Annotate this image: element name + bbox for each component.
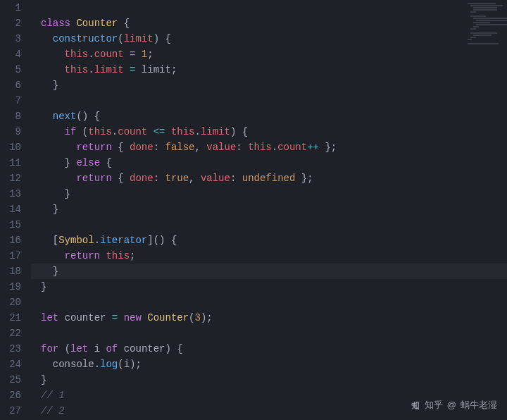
line-number: 13 [0, 186, 27, 202]
line-number: 20 [0, 295, 27, 310]
code-line[interactable]: [Symbol.iterator]() { [31, 233, 507, 248]
line-number: 10 [0, 140, 27, 155]
code-line[interactable]: this.limit = limit; [31, 62, 507, 78]
line-number: 19 [0, 279, 27, 295]
code-line[interactable]: } else { [31, 155, 507, 171]
line-number: 11 [0, 155, 27, 171]
watermark-author: 蜗牛老湿 [461, 397, 497, 413]
watermark: 知乎 @ 蜗牛老湿 [410, 397, 497, 413]
code-line[interactable]: } [31, 264, 507, 279]
line-number: 4 [0, 47, 27, 62]
code-line[interactable]: class Counter { [31, 16, 507, 31]
code-line[interactable]: return this; [31, 248, 507, 264]
code-area[interactable]: class Counter { constructor(limit) { thi… [31, 0, 507, 420]
line-number: 26 [0, 388, 27, 403]
line-number: 18 [0, 264, 27, 279]
code-line[interactable] [31, 217, 507, 233]
code-line[interactable]: return { done: true, value: undefined }; [31, 171, 507, 186]
line-number: 9 [0, 124, 27, 140]
code-line[interactable]: console.log(i); [31, 357, 507, 372]
line-number: 23 [0, 341, 27, 357]
zhihu-icon [410, 400, 420, 411]
line-number: 22 [0, 326, 27, 341]
code-editor[interactable]: 1234567891011121314151617181920212223242… [0, 0, 507, 420]
line-number: 16 [0, 233, 27, 248]
code-line[interactable]: next() { [31, 109, 507, 124]
code-line[interactable]: constructor(limit) { [31, 31, 507, 47]
code-line[interactable]: this.count = 1; [31, 47, 507, 62]
line-number: 1 [0, 0, 27, 16]
code-line[interactable]: } [31, 202, 507, 217]
code-line[interactable]: if (this.count <= this.limit) { [31, 124, 507, 140]
line-number: 5 [0, 62, 27, 78]
line-number: 24 [0, 357, 27, 372]
line-number: 6 [0, 78, 27, 93]
line-number: 15 [0, 217, 27, 233]
line-number: 12 [0, 171, 27, 186]
code-line[interactable]: } [31, 372, 507, 388]
line-number: 25 [0, 372, 27, 388]
minimap[interactable] [463, 3, 504, 52]
code-line[interactable] [31, 326, 507, 341]
code-line[interactable]: } [31, 279, 507, 295]
line-number: 3 [0, 31, 27, 47]
code-line[interactable]: let counter = new Counter(3); [31, 310, 507, 326]
code-line[interactable]: } [31, 78, 507, 93]
watermark-source: 知乎 [425, 397, 443, 413]
code-line[interactable] [31, 0, 507, 16]
line-number-gutter: 1234567891011121314151617181920212223242… [0, 0, 27, 420]
code-line[interactable]: for (let i of counter) { [31, 341, 507, 357]
line-number: 7 [0, 93, 27, 109]
line-number: 8 [0, 109, 27, 124]
code-line[interactable] [31, 93, 507, 109]
line-number: 2 [0, 16, 27, 31]
watermark-at: @ [447, 397, 456, 413]
line-number: 14 [0, 202, 27, 217]
line-number: 21 [0, 310, 27, 326]
line-number: 27 [0, 403, 27, 419]
code-line[interactable]: return { done: false, value: this.count+… [31, 140, 507, 155]
line-number: 17 [0, 248, 27, 264]
code-line[interactable] [31, 295, 507, 310]
code-line[interactable]: } [31, 186, 507, 202]
